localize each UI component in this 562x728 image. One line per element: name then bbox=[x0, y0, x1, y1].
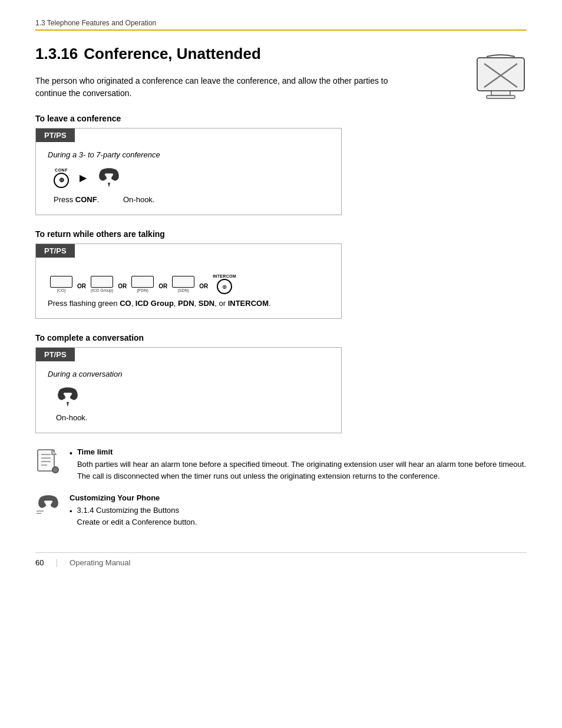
ptps-box-leave: PT/PS During a 3- to 7-party conference … bbox=[35, 128, 342, 215]
time-limit-body: Time limit Both parties will hear an ala… bbox=[77, 447, 527, 482]
onhook-text-leave: On-hook. bbox=[123, 195, 154, 204]
section-return-header: To return while others are talking bbox=[35, 229, 527, 239]
customize-bullet-dot: • bbox=[70, 506, 72, 518]
or-4: OR bbox=[199, 279, 208, 289]
customize-icon-wrapper bbox=[35, 495, 61, 518]
footer-page: 60 bbox=[35, 558, 44, 567]
svg-point-13 bbox=[53, 467, 58, 472]
button-row-return: (CO) OR (ICD Group) OR (PDN) OR bbox=[50, 274, 329, 294]
time-limit-bullet: • Time limit Both parties will hear an a… bbox=[70, 447, 527, 482]
customize-note: Customizing Your Phone • 3.1.4 Customizi… bbox=[35, 493, 527, 529]
intercom-circle: ⊕ bbox=[217, 279, 232, 294]
svg-rect-3 bbox=[491, 91, 510, 95]
pdn-rect bbox=[131, 276, 154, 288]
ptps-label-return: PT/PS bbox=[36, 244, 75, 258]
conf-press-label: Press CONF. bbox=[54, 195, 101, 204]
sdn-rect bbox=[172, 276, 194, 288]
time-limit-text: Both parties will hear an alarm tone bef… bbox=[77, 459, 527, 482]
note-icon-time bbox=[35, 449, 61, 476]
or-1: OR bbox=[77, 279, 86, 289]
svg-marker-5 bbox=[108, 183, 110, 187]
telephone-icon bbox=[475, 53, 527, 101]
ptps-content-return: (CO) OR (ICD Group) OR (PDN) OR bbox=[36, 258, 341, 318]
complete-italic: During a conversation bbox=[48, 370, 329, 378]
customize-item-2: Create or edit a Conference button. bbox=[77, 516, 197, 528]
icd-sub: (ICD Group) bbox=[91, 288, 113, 292]
pdn-key: (PDN) bbox=[131, 276, 154, 292]
or-3: OR bbox=[158, 279, 167, 289]
footer: 60 | Operating Manual bbox=[35, 552, 527, 567]
svg-marker-6 bbox=[67, 402, 69, 407]
arrow-icon: ▶ bbox=[80, 172, 87, 183]
breadcrumb: 1.3 Telephone Features and Operation bbox=[35, 19, 156, 27]
time-limit-note: • Time limit Both parties will hear an a… bbox=[35, 447, 527, 483]
onhook-label: On-hook. bbox=[123, 195, 154, 204]
return-press-text: Press flashing green CO, ICD Group, PDN,… bbox=[48, 299, 329, 308]
time-limit-content: • Time limit Both parties will hear an a… bbox=[70, 447, 527, 483]
intercom-label-top: INTERCOM bbox=[213, 274, 236, 278]
customize-content: Customizing Your Phone • 3.1.4 Customizi… bbox=[70, 493, 527, 529]
complete-onhook-icon bbox=[56, 386, 329, 409]
footer-manual: Operating Manual bbox=[70, 558, 130, 567]
svg-rect-0 bbox=[477, 58, 524, 91]
icd-rect bbox=[91, 276, 113, 288]
co-rect bbox=[50, 276, 72, 288]
ptps-label-leave: PT/PS bbox=[36, 129, 75, 142]
ptps-label-complete: PT/PS bbox=[36, 348, 75, 361]
ptps-box-return: PT/PS (CO) OR (ICD Group) OR (PDN) bbox=[35, 243, 342, 319]
or-2: OR bbox=[118, 279, 127, 289]
intercom-button: INTERCOM ⊕ bbox=[213, 274, 236, 294]
onhook-phone-icon bbox=[97, 166, 121, 189]
breadcrumb-bar: 1.3 Telephone Features and Operation bbox=[35, 18, 527, 31]
conf-label: CONF bbox=[55, 168, 68, 172]
leave-step-row: CONF ⊕ ▶ bbox=[54, 166, 329, 189]
section-complete-header: To complete a conversation bbox=[35, 333, 527, 342]
customize-items: 3.1.4 Customizing the Buttons Create or … bbox=[77, 505, 197, 528]
customize-text: • 3.1.4 Customizing the Buttons Create o… bbox=[70, 505, 527, 528]
intro-text: The person who originated a conference c… bbox=[35, 75, 401, 100]
notes-section: • Time limit Both parties will hear an a… bbox=[35, 447, 527, 529]
conf-press-text: Press CONF. bbox=[54, 195, 99, 204]
pdn-sub: (PDN) bbox=[137, 288, 148, 292]
page-title: 1.3.16Conference, Unattended bbox=[35, 45, 527, 63]
co-sub: (CO) bbox=[57, 288, 65, 292]
co-key: (CO) bbox=[50, 276, 72, 292]
customize-bullet: • 3.1.4 Customizing the Buttons Create o… bbox=[70, 505, 527, 528]
onhook-text-complete: On-hook. bbox=[56, 413, 329, 422]
title-text: Conference, Unattended bbox=[84, 45, 261, 62]
conf-circle: ⊕ bbox=[54, 173, 69, 188]
ptps-content-complete: During a conversation On-hook. bbox=[36, 361, 341, 433]
section-leave-header: To leave a conference bbox=[35, 114, 527, 123]
ptps-box-complete: PT/PS During a conversation On-hook. bbox=[35, 347, 342, 433]
customize-item-1: 3.1.4 Customizing the Buttons bbox=[77, 505, 197, 516]
icd-key: (ICD Group) bbox=[91, 276, 113, 292]
customize-title: Customizing Your Phone bbox=[70, 493, 527, 502]
page-wrapper: 1.3 Telephone Features and Operation 1.3… bbox=[0, 0, 562, 728]
leave-italic: During a 3- to 7-party conference bbox=[48, 150, 329, 159]
bullet-dot: • bbox=[70, 449, 72, 458]
sdn-key: (SDN) bbox=[172, 276, 194, 292]
ptps-content-leave: During a 3- to 7-party conference CONF ⊕… bbox=[36, 142, 341, 215]
conf-button-icon: CONF ⊕ bbox=[54, 168, 69, 188]
leave-step-labels: Press CONF. On-hook. bbox=[54, 195, 329, 204]
time-limit-title: Time limit bbox=[77, 447, 527, 456]
sdn-sub: (SDN) bbox=[177, 288, 189, 292]
section-number: 1.3.16 bbox=[35, 45, 78, 62]
svg-rect-4 bbox=[487, 95, 515, 98]
